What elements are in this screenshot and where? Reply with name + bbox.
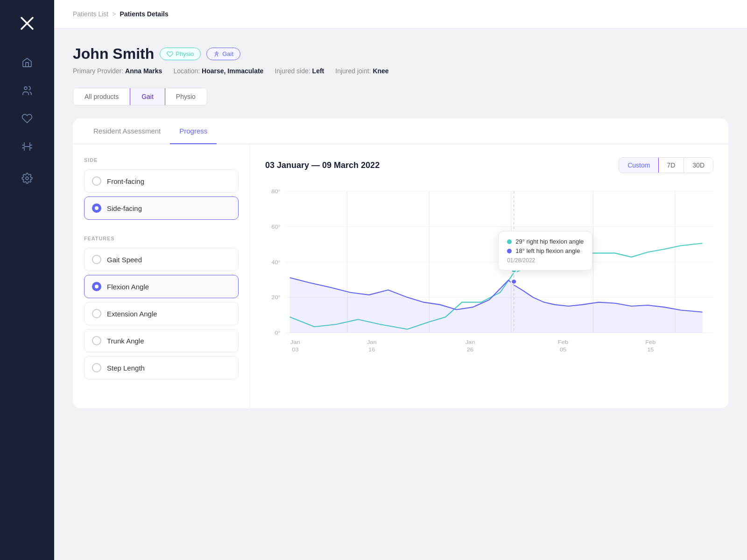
patient-name: John Smith: [73, 45, 154, 63]
panel-body: SIDE Front-facing Side-facing FEATURES: [73, 144, 728, 408]
svg-text:05: 05: [560, 346, 567, 352]
side-radio-group: Front-facing Side-facing: [84, 169, 239, 223]
radio-label-gait-speed: Gait Speed: [107, 256, 142, 264]
svg-text:26: 26: [467, 346, 474, 352]
svg-point-23: [511, 279, 517, 284]
period-btn-custom[interactable]: Custom: [619, 157, 659, 173]
svg-text:60°: 60°: [271, 224, 281, 230]
chart-period-buttons: Custom 7D 30D: [619, 157, 713, 173]
svg-text:Jan: Jan: [290, 339, 300, 345]
svg-point-4: [216, 51, 217, 52]
product-tabs: All products Gait Physio: [73, 88, 207, 105]
tab-all-products[interactable]: All products: [73, 88, 130, 105]
tab-gait[interactable]: Gait: [130, 88, 165, 105]
sidebar-nav: [0, 50, 54, 190]
svg-text:80°: 80°: [271, 189, 281, 195]
content: John Smith Physio Gait Primary Provider:…: [54, 28, 747, 560]
radio-step-length[interactable]: Step Length: [84, 356, 239, 379]
patient-header: John Smith Physio Gait Primary Provider:…: [73, 45, 728, 75]
radio-label-step: Step Length: [107, 364, 145, 372]
logo[interactable]: [17, 13, 37, 34]
tooltip-row-2: 18° left hip flexion angle: [507, 247, 584, 254]
chart-svg: 80° 60° 40° 20° 0°: [265, 184, 713, 371]
joint-meta: Injured joint: Knee: [335, 67, 388, 75]
chart-header: 03 January — 09 March 2022 Custom 7D 30D: [265, 157, 713, 173]
sidebar-item-patients[interactable]: [15, 78, 39, 103]
header: Patients List > Patients Details: [54, 0, 747, 28]
features-radio-group: Gait Speed Flexion Angle Extension Angle: [84, 248, 239, 382]
provider-meta: Primary Provider: Anna Marks: [73, 67, 162, 75]
location-meta: Location: Hoarse, Immaculate: [173, 67, 263, 75]
tooltip-dot-green: [507, 239, 512, 244]
radio-label-extension: Extension Angle: [107, 310, 157, 318]
svg-text:40°: 40°: [271, 259, 281, 265]
features-section-label: FEATURES: [84, 236, 239, 241]
tooltip-date: 01/28/2022: [507, 257, 584, 264]
badge-gait: Gait: [206, 48, 240, 60]
main-content: Patients List > Patients Details John Sm…: [54, 0, 747, 560]
main-panel: Resident Assessment Progress SIDE Front-…: [73, 119, 728, 408]
physio-icon: [167, 51, 173, 57]
radio-circle-trunk: [92, 336, 101, 345]
svg-point-2: [24, 87, 27, 90]
tooltip-dot-blue: [507, 249, 512, 253]
radio-extension-angle[interactable]: Extension Angle: [84, 302, 239, 325]
svg-text:0°: 0°: [275, 330, 280, 336]
patient-name-row: John Smith Physio Gait: [73, 45, 728, 63]
svg-text:20°: 20°: [271, 294, 281, 301]
radio-label-flexion: Flexion Angle: [107, 283, 149, 291]
tab-resident-assessment[interactable]: Resident Assessment: [84, 119, 170, 144]
gait-icon: [213, 51, 220, 57]
tab-progress[interactable]: Progress: [170, 119, 217, 144]
svg-point-3: [26, 177, 28, 180]
sidebar-item-settings[interactable]: [15, 166, 39, 190]
tooltip-value-1: 29° right hip flexion angle: [515, 238, 584, 245]
radio-circle-gait-speed: [92, 255, 101, 264]
breadcrumb-current: Patients Details: [120, 10, 168, 18]
badge-physio-label: Physio: [176, 50, 194, 57]
svg-text:Jan: Jan: [465, 339, 475, 345]
svg-text:03: 03: [292, 346, 299, 352]
svg-text:16: 16: [368, 346, 375, 352]
panel-right: 03 January — 09 March 2022 Custom 7D 30D…: [250, 144, 728, 408]
radio-circle-side: [92, 203, 101, 213]
period-btn-30d[interactable]: 30D: [684, 158, 713, 173]
radio-flexion-angle[interactable]: Flexion Angle: [84, 275, 239, 298]
sidebar-item-home[interactable]: [15, 50, 39, 75]
badge-gait-label: Gait: [222, 50, 233, 57]
patient-meta: Primary Provider: Anna Marks Location: H…: [73, 67, 728, 75]
radio-gait-speed[interactable]: Gait Speed: [84, 248, 239, 271]
radio-front-facing[interactable]: Front-facing: [84, 169, 239, 193]
side-meta: Injured side: Left: [275, 67, 324, 75]
svg-text:Jan: Jan: [367, 339, 377, 345]
tab-physio[interactable]: Physio: [165, 88, 207, 105]
radio-circle-flexion: [92, 282, 101, 291]
radio-circle-step: [92, 363, 101, 372]
breadcrumb-parent[interactable]: Patients List: [73, 10, 108, 18]
radio-circle-front: [92, 176, 101, 186]
panel-left: SIDE Front-facing Side-facing FEATURES: [73, 144, 250, 408]
panel-tabs: Resident Assessment Progress: [73, 119, 728, 144]
side-section-label: SIDE: [84, 157, 239, 163]
sidebar-item-health[interactable]: [15, 106, 39, 131]
svg-text:Feb: Feb: [645, 339, 655, 345]
badge-physio: Physio: [160, 48, 201, 60]
radio-label-trunk: Trunk Angle: [107, 337, 144, 345]
chart-date-range: 03 January — 09 March 2022: [265, 161, 380, 170]
chart-tooltip: 29° right hip flexion angle 18° left hip…: [498, 231, 592, 271]
radio-circle-extension: [92, 309, 101, 318]
radio-side-facing[interactable]: Side-facing: [84, 196, 239, 220]
sidebar: [0, 0, 54, 560]
breadcrumb-separator: >: [112, 10, 116, 18]
radio-trunk-angle[interactable]: Trunk Angle: [84, 329, 239, 352]
radio-label-front: Front-facing: [107, 177, 144, 185]
tooltip-value-2: 18° left hip flexion angle: [515, 247, 580, 254]
period-btn-7d[interactable]: 7D: [658, 158, 684, 173]
sidebar-item-exercise[interactable]: [15, 134, 39, 159]
breadcrumb: Patients List > Patients Details: [73, 10, 728, 18]
radio-label-side: Side-facing: [107, 204, 142, 212]
tooltip-row-1: 29° right hip flexion angle: [507, 238, 584, 245]
svg-text:15: 15: [647, 346, 654, 352]
chart-area: 80° 60° 40° 20° 0°: [265, 184, 713, 371]
svg-text:Feb: Feb: [558, 339, 568, 345]
